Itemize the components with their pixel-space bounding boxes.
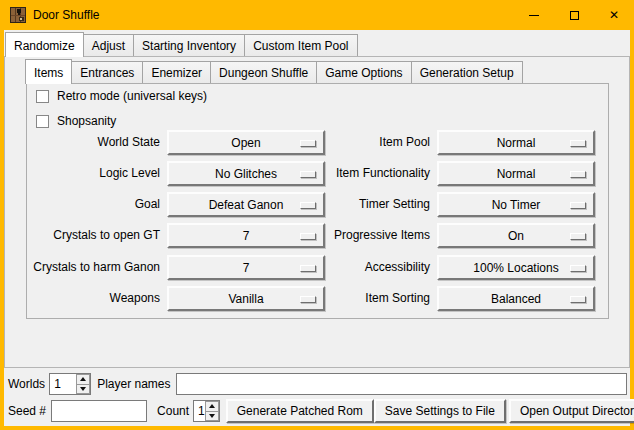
tab-dungeon-shuffle[interactable]: Dungeon Shuffle — [210, 61, 317, 83]
dropdown-indicator-icon — [570, 171, 586, 178]
caption-buttons: ✕ — [514, 0, 634, 30]
generate-patched-rom-button[interactable]: Generate Patched Rom — [226, 399, 374, 423]
weapons-dropdown[interactable]: Vanilla — [167, 286, 325, 311]
window-title: Door Shuffle — [33, 8, 100, 22]
crystals-ganon-label: Crystals to harm Ganon — [27, 255, 160, 280]
tab-enemizer[interactable]: Enemizer — [142, 61, 211, 83]
maximize-button[interactable] — [554, 0, 594, 30]
main-tab-bar: Randomize Adjust Starting Inventory Cust… — [5, 32, 358, 56]
player-names-label: Player names — [97, 377, 170, 391]
item-functionality-dropdown[interactable]: Normal — [437, 161, 595, 186]
item-pool-label: Item Pool — [315, 130, 430, 155]
retro-mode-checkbox[interactable] — [36, 90, 49, 103]
spin-down-icon — [209, 414, 215, 418]
worlds-spin-down-button[interactable] — [76, 384, 90, 395]
weapons-label: Weapons — [27, 286, 160, 311]
logic-level-value: No Glitches — [215, 167, 277, 181]
world-state-value: Open — [231, 136, 260, 150]
item-pool-dropdown[interactable]: Normal — [437, 130, 595, 155]
count-label: Count — [157, 404, 189, 418]
count-spin-down-button[interactable] — [205, 411, 219, 422]
dropdown-indicator-icon — [570, 296, 586, 303]
crystals-gt-label: Crystals to open GT — [27, 223, 160, 248]
count-spinbox[interactable]: 1 — [193, 400, 220, 422]
maximize-icon — [570, 11, 579, 20]
retro-mode-label: Retro mode (universal keys) — [57, 89, 207, 103]
option-row: Goal Defeat Ganon Timer Setting No Timer — [27, 192, 608, 217]
retro-mode-row: Retro mode (universal keys) — [36, 88, 207, 104]
option-row: World State Open Item Pool Normal — [27, 130, 608, 155]
option-row: Crystals to open GT 7 Progressive Items … — [27, 223, 608, 248]
accessibility-value: 100% Locations — [473, 261, 558, 275]
dropdown-indicator-icon — [570, 233, 586, 240]
logic-level-dropdown[interactable]: No Glitches — [167, 161, 325, 186]
option-row: Logic Level No Glitches Item Functionali… — [27, 161, 608, 186]
tab-randomize[interactable]: Randomize — [5, 32, 84, 57]
spin-down-icon — [80, 387, 86, 391]
crystals-ganon-dropdown[interactable]: 7 — [167, 255, 325, 280]
items-pane: Retro mode (universal keys) Shopsanity W… — [26, 83, 609, 319]
dropdown-indicator-icon — [570, 202, 586, 209]
crystals-gt-value: 7 — [243, 229, 250, 243]
titlebar: Door Shuffle ✕ — [0, 0, 634, 30]
tab-adjust[interactable]: Adjust — [83, 34, 134, 56]
dropdown-indicator-icon — [300, 171, 316, 178]
goal-dropdown[interactable]: Defeat Ganon — [167, 192, 325, 217]
crystals-ganon-value: 7 — [243, 261, 250, 275]
window-content: Randomize Adjust Starting Inventory Cust… — [4, 30, 630, 426]
progressive-items-label: Progressive Items — [315, 223, 430, 248]
progressive-items-value: On — [508, 229, 524, 243]
open-output-directory-button[interactable]: Open Output Directory — [509, 399, 634, 423]
timer-setting-dropdown[interactable]: No Timer — [437, 192, 595, 217]
dropdown-indicator-icon — [570, 140, 586, 147]
worlds-value: 1 — [50, 374, 76, 394]
dropdown-indicator-icon — [300, 140, 316, 147]
item-sorting-dropdown[interactable]: Balanced — [437, 286, 595, 311]
seed-label: Seed # — [8, 404, 46, 418]
tab-items[interactable]: Items — [25, 59, 72, 84]
spin-up-icon — [209, 404, 215, 408]
minimize-icon — [529, 15, 539, 16]
item-functionality-value: Normal — [497, 167, 536, 181]
app-window: Door Shuffle ✕ Randomize Adjust Starting… — [0, 0, 634, 430]
tab-starting-inventory[interactable]: Starting Inventory — [133, 34, 245, 56]
worlds-spinbox[interactable]: 1 — [49, 373, 91, 395]
item-pool-value: Normal — [497, 136, 536, 150]
spin-up-icon — [80, 377, 86, 381]
progressive-items-dropdown[interactable]: On — [437, 223, 595, 248]
tab-custom-item-pool[interactable]: Custom Item Pool — [244, 34, 357, 56]
close-icon: ✕ — [609, 9, 619, 21]
shopsanity-checkbox[interactable] — [36, 115, 49, 128]
seed-input[interactable] — [51, 400, 147, 422]
option-row: Crystals to harm Ganon 7 Accessibility 1… — [27, 255, 608, 280]
sub-tab-bar: Items Entrances Enemizer Dungeon Shuffle… — [25, 59, 523, 83]
goal-label: Goal — [27, 192, 160, 217]
dropdown-indicator-icon — [300, 296, 316, 303]
accessibility-dropdown[interactable]: 100% Locations — [437, 255, 595, 280]
dropdown-indicator-icon — [570, 265, 586, 272]
crystals-gt-dropdown[interactable]: 7 — [167, 223, 325, 248]
world-state-label: World State — [27, 130, 160, 155]
seed-row: Seed # Count 1 Generate Patched Rom Save… — [8, 399, 627, 423]
tab-generation-setup[interactable]: Generation Setup — [411, 61, 523, 83]
minimize-button[interactable] — [514, 0, 554, 30]
tab-game-options[interactable]: Game Options — [316, 61, 411, 83]
count-value: 1 — [194, 401, 205, 421]
item-sorting-label: Item Sorting — [315, 286, 430, 311]
randomize-pane: Items Entrances Enemizer Dungeon Shuffle… — [4, 56, 630, 368]
player-names-input[interactable] — [176, 373, 628, 395]
app-icon — [10, 7, 26, 23]
accessibility-label: Accessibility — [315, 255, 430, 280]
close-button[interactable]: ✕ — [594, 0, 634, 30]
logic-level-label: Logic Level — [27, 161, 160, 186]
goal-value: Defeat Ganon — [209, 198, 284, 212]
tab-entrances[interactable]: Entrances — [71, 61, 143, 83]
item-sorting-value: Balanced — [491, 292, 541, 306]
worlds-row: Worlds 1 Player names — [8, 372, 627, 396]
weapons-value: Vanilla — [228, 292, 263, 306]
option-row: Weapons Vanilla Item Sorting Balanced — [27, 286, 608, 311]
shopsanity-label: Shopsanity — [57, 114, 116, 128]
dropdown-indicator-icon — [300, 233, 316, 240]
save-settings-button[interactable]: Save Settings to File — [374, 399, 506, 423]
world-state-dropdown[interactable]: Open — [167, 130, 325, 155]
